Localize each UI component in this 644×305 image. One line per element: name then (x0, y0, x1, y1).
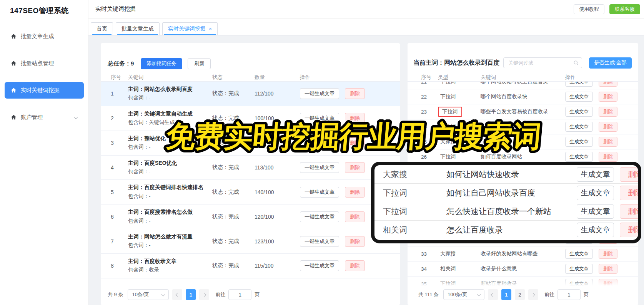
row-number: 21 (421, 82, 438, 85)
delete-button[interactable]: 删除 (599, 264, 617, 274)
generate-article-button[interactable]: 一键生成文章 (300, 113, 339, 124)
page-button-2[interactable]: 2 (515, 289, 525, 300)
row-number: 4 (111, 164, 128, 171)
sidebar-item[interactable]: 账户管理 (5, 109, 84, 126)
table-row[interactable]: 4 主词：百度SEO优化 包含词：- 状态：完成 113/100 一键生成文章 … (101, 156, 400, 180)
table-row[interactable]: 6 主词：百度搜索排名怎么做 包含词：- 状态：完成 120/100 一键生成文… (101, 204, 400, 229)
chevron-right-icon (203, 293, 206, 297)
keyword-filter-input[interactable] (503, 57, 582, 68)
delete-button[interactable]: 删除 (620, 186, 641, 200)
delete-button[interactable]: 删除 (599, 122, 617, 132)
generate-article-button[interactable]: 生成文章 (565, 82, 593, 87)
sidebar-item-label: 实时关键词挖掘 (21, 87, 60, 94)
generate-article-button[interactable]: 生成文章 (565, 152, 593, 162)
add-task-button[interactable]: 添加挖词任务 (141, 58, 182, 69)
table-row[interactable]: 3 主词：整站优化 包含词：- 状态：完成 一键生成文章 删除 (101, 131, 400, 156)
col-actions: 操作 (565, 74, 638, 81)
generate-article-button[interactable]: 生成文章 (565, 107, 593, 117)
close-icon[interactable]: × (209, 26, 212, 32)
tab[interactable]: 批量文章生成 × (116, 22, 160, 35)
page-size-select[interactable]: 10条/页 (128, 289, 169, 300)
generate-article-button[interactable]: 生成文章 (577, 204, 614, 219)
mined-keyword: 如何让自己网站收录百度 (446, 188, 535, 198)
sidebar-item[interactable]: 实时关键词挖掘 (5, 82, 84, 99)
keyword-type-cell: 下拉词 (438, 107, 481, 117)
generate-article-button[interactable]: 一键生成文章 (300, 260, 339, 271)
include-words-text: 包含词：关键词生成 (128, 117, 210, 130)
mined-keyword: 收录是什么意思 (481, 265, 565, 272)
generate-article-button[interactable]: 生成文章 (565, 122, 593, 132)
page-button-1[interactable]: 1 (186, 289, 196, 300)
delete-button[interactable]: 删除 (620, 204, 641, 219)
tab[interactable]: 首页 × (91, 22, 113, 35)
delete-button[interactable]: 删除 (345, 187, 365, 198)
next-page-button[interactable] (528, 289, 538, 300)
page-button-1[interactable]: 1 (501, 289, 511, 300)
delete-button[interactable]: 删除 (599, 92, 617, 102)
row-quantity: 112/100 (255, 90, 300, 97)
delete-button[interactable]: 删除 (345, 162, 365, 173)
generate-article-button[interactable]: 一键生成文章 (300, 137, 339, 148)
delete-button[interactable]: 删除 (599, 137, 617, 147)
delete-button[interactable]: 删除 (599, 249, 617, 259)
delete-button[interactable]: 删除 (345, 211, 365, 222)
task-table-body: 1 主词：网站怎么收录到百度 包含词：- 状态：完成 112/100 一键生成文… (101, 82, 400, 278)
row-number: 26 (421, 154, 438, 160)
generate-article-button[interactable]: 生成文章 (577, 167, 614, 182)
delete-button[interactable]: 删除 (599, 107, 617, 117)
generate-article-button[interactable]: 生成文章 (565, 137, 593, 147)
chevron-down-icon (73, 114, 78, 119)
delete-button[interactable]: 删除 (599, 279, 617, 286)
generate-article-button[interactable]: 一键生成文章 (300, 236, 339, 247)
table-row[interactable]: 2 主词：关键词文章自动生成 包含词：关键词生成 状态：完成 100/100 一… (101, 106, 400, 131)
mined-keyword: 哪个网站发帖可以上百度首页 (481, 82, 565, 85)
row-actions: 生成文章 删除 (565, 249, 638, 259)
row-actions: 一键生成文章 删除 (300, 113, 400, 124)
sidebar-item[interactable]: 批量站点管理 (5, 55, 84, 72)
delete-button[interactable]: 删除 (345, 236, 365, 247)
main-keyword-text: 主词：百度搜索排名怎么做 (128, 209, 193, 215)
delete-button[interactable]: 删除 (345, 260, 365, 271)
table-row[interactable]: 1 主词：网站怎么收录到百度 包含词：- 状态：完成 112/100 一键生成文… (101, 82, 400, 106)
page-size-select[interactable]: 100条/页 (443, 289, 484, 300)
delete-button[interactable]: 删除 (345, 137, 365, 148)
delete-button[interactable]: 删除 (620, 223, 641, 237)
generate-article-button[interactable]: 生成文章 (577, 186, 614, 200)
table-row: 34 相关词 收录是什么意思 生成文章 删除 (408, 261, 638, 277)
goto-page-input[interactable] (228, 289, 251, 300)
prev-page-button[interactable] (172, 289, 182, 300)
generate-article-button[interactable]: 一键生成文章 (300, 211, 339, 222)
generate-state-filter-button[interactable]: 是否生成:全部 (589, 57, 632, 69)
sidebar-item[interactable]: 批量文章生成 (5, 28, 84, 45)
delete-button[interactable]: 删除 (345, 88, 365, 99)
goto-page-input[interactable] (557, 289, 581, 300)
tutorial-button[interactable]: 使用教程 (574, 4, 604, 14)
table-row[interactable]: 5 主词：百度关键词排名快速排名 包含词：- 状态：完成 140/100 一键生… (101, 180, 400, 204)
table-row[interactable]: 7 主词：网站怎么做才有流量 包含词：- 状态：完成 123/100 一键生成文… (101, 229, 400, 254)
keyword-type: 下拉词 (438, 92, 458, 101)
refresh-button[interactable]: 刷新 (188, 58, 211, 69)
delete-button[interactable]: 删除 (345, 113, 365, 124)
generate-article-button[interactable]: 一键生成文章 (300, 187, 339, 198)
prev-page-button[interactable] (488, 289, 498, 300)
generate-article-button[interactable]: 一键生成文章 (300, 88, 339, 99)
row-quantity: 115/100 (255, 263, 300, 269)
generate-article-button[interactable]: 生成文章 (565, 279, 593, 286)
generate-article-button[interactable]: 生成文章 (565, 249, 593, 259)
mined-keyword: 新站百度秒收录 (481, 280, 565, 286)
generate-article-button[interactable]: 一键生成文章 (300, 162, 339, 173)
delete-button[interactable]: 删除 (599, 82, 617, 87)
home-icon (11, 87, 17, 93)
contact-support-button[interactable]: 联系客服 (609, 4, 640, 14)
home-icon (11, 114, 17, 120)
include-words-text: 包含词：- (128, 167, 210, 179)
generate-article-button[interactable]: 生成文章 (577, 223, 614, 237)
next-page-button[interactable] (199, 289, 209, 300)
table-row[interactable]: 8 主词：百度收录文章 包含词：收录 状态：完成 115/100 一键生成文章 … (101, 254, 400, 278)
delete-button[interactable]: 删除 (599, 152, 617, 162)
tab[interactable]: 实时关键词挖掘 × (162, 22, 218, 35)
generate-article-button[interactable]: 生成文章 (565, 264, 593, 274)
generate-article-button[interactable]: 生成文章 (565, 92, 593, 102)
tab-label: 实时关键词挖掘 (168, 25, 206, 32)
delete-button[interactable]: 删除 (620, 167, 641, 182)
